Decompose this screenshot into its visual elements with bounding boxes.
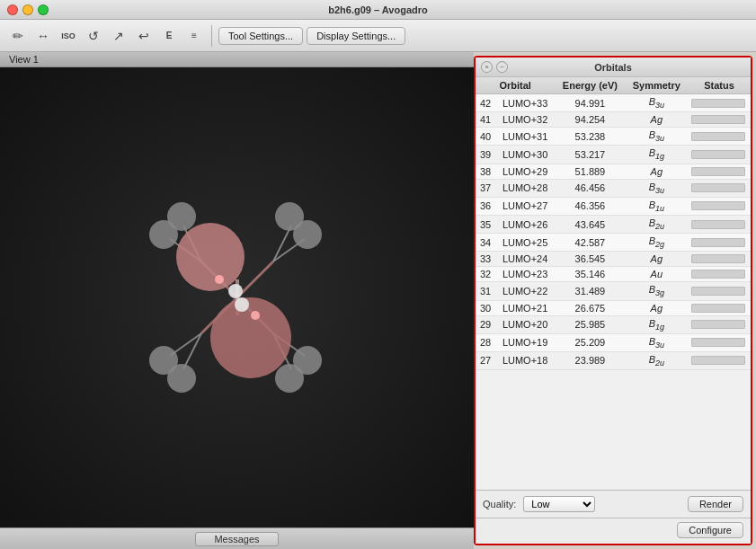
messages-button[interactable]: Messages xyxy=(195,532,278,546)
row-energy: 46.456 xyxy=(555,179,625,197)
status-bar xyxy=(691,115,745,124)
row-energy: 53.238 xyxy=(555,128,625,146)
row-orbital: LUMO+29 xyxy=(495,164,555,179)
configure-button[interactable]: Configure xyxy=(677,522,743,538)
table-row[interactable]: 33LUMO+2436.545Ag xyxy=(476,252,751,267)
table-row[interactable]: 40LUMO+3153.238B3u xyxy=(476,128,751,146)
row-energy: 31.489 xyxy=(555,282,625,300)
orbitals-minimize-button[interactable]: − xyxy=(496,61,508,73)
row-symmetry: B2u xyxy=(626,351,688,369)
draw-icon[interactable]: ✏ xyxy=(7,25,29,47)
move-icon[interactable]: ↔ xyxy=(32,25,54,47)
rotate-icon[interactable]: ↺ xyxy=(83,25,104,47)
orbitals-close-button[interactable]: × xyxy=(481,61,493,73)
row-num: 37 xyxy=(476,179,495,197)
col-header-symmetry: Symmetry xyxy=(626,77,688,94)
orbitals-title: Orbitals xyxy=(594,62,632,73)
svg-point-15 xyxy=(228,284,243,298)
view-panel: View 1 xyxy=(0,52,474,549)
bond-icon[interactable]: ≡ xyxy=(183,25,205,47)
row-num: 27 xyxy=(476,351,495,369)
row-energy: 94.254 xyxy=(555,112,625,128)
select-icon[interactable]: ↗ xyxy=(108,25,129,47)
row-energy: 51.889 xyxy=(555,164,625,179)
row-orbital: LUMO+24 xyxy=(495,252,555,267)
row-num: 41 xyxy=(476,112,495,128)
table-row[interactable]: 36LUMO+2746.356B1u xyxy=(476,197,751,215)
row-orbital: LUMO+26 xyxy=(495,215,555,233)
status-bar xyxy=(691,287,745,296)
table-row[interactable]: 29LUMO+2025.985B1g xyxy=(476,315,751,333)
status-bar xyxy=(691,270,745,279)
table-row[interactable]: 28LUMO+1925.209B3u xyxy=(476,333,751,351)
row-symmetry: B2g xyxy=(626,234,688,252)
row-energy: 53.217 xyxy=(555,146,625,164)
row-num: 38 xyxy=(476,164,495,179)
row-symmetry: B1u xyxy=(626,197,688,215)
status-bar xyxy=(691,220,745,229)
row-symmetry: Ag xyxy=(626,164,688,179)
row-symmetry: B3u xyxy=(626,128,688,146)
row-status xyxy=(688,197,751,215)
tool-settings-button2[interactable]: Tool Settings... xyxy=(218,27,303,45)
row-energy: 25.209 xyxy=(555,333,625,351)
element-icon[interactable]: E xyxy=(158,25,180,47)
view-tab[interactable]: View 1 xyxy=(0,52,474,67)
orbitals-header-buttons: × − xyxy=(481,61,508,73)
table-row[interactable]: 41LUMO+3294.254Ag xyxy=(476,112,751,128)
row-num: 31 xyxy=(476,282,495,300)
table-row[interactable]: 27LUMO+1823.989B2u xyxy=(476,351,751,369)
row-orbital: LUMO+22 xyxy=(495,282,555,300)
table-row[interactable]: 34LUMO+2542.587B2g xyxy=(476,234,751,252)
row-symmetry: Ag xyxy=(626,252,688,267)
svg-point-26 xyxy=(251,311,260,320)
render-button[interactable]: Render xyxy=(688,496,743,512)
row-num: 39 xyxy=(476,146,495,164)
zoom-icon[interactable]: ISO xyxy=(58,25,79,47)
row-orbital: LUMO+20 xyxy=(495,315,555,333)
row-num: 29 xyxy=(476,315,495,333)
row-energy: 94.991 xyxy=(555,94,625,112)
title-bar: b2h6.g09 – Avogadro xyxy=(0,0,756,20)
row-orbital: LUMO+27 xyxy=(495,197,555,215)
table-row[interactable]: 32LUMO+2335.146Au xyxy=(476,267,751,282)
row-symmetry: B1g xyxy=(626,315,688,333)
table-row[interactable]: 30LUMO+2126.675Ag xyxy=(476,300,751,315)
table-row[interactable]: 39LUMO+3053.217B1g xyxy=(476,146,751,164)
svg-point-14 xyxy=(210,297,291,378)
status-bar xyxy=(691,201,745,210)
row-symmetry: B3u xyxy=(626,333,688,351)
svg-point-18 xyxy=(167,202,196,231)
table-row[interactable]: 42LUMO+3394.991B3u xyxy=(476,94,751,112)
row-orbital: LUMO+21 xyxy=(495,300,555,315)
status-bar xyxy=(691,320,745,329)
maximize-button[interactable] xyxy=(38,4,49,15)
quality-label: Quality: xyxy=(483,499,516,509)
row-num: 32 xyxy=(476,267,495,282)
undo-icon[interactable]: ↩ xyxy=(133,25,155,47)
row-status xyxy=(688,267,751,282)
row-energy: 25.985 xyxy=(555,315,625,333)
row-orbital: LUMO+28 xyxy=(495,179,555,197)
row-num: 40 xyxy=(476,128,495,146)
window-title: b2h6.g09 – Avogadro xyxy=(328,4,427,15)
molecule-view[interactable] xyxy=(0,67,474,527)
table-row[interactable]: 35LUMO+2643.645B2u xyxy=(476,215,751,233)
quality-select[interactable]: Low Medium High xyxy=(523,496,595,512)
close-button[interactable] xyxy=(7,4,18,15)
row-orbital: LUMO+32 xyxy=(495,112,555,128)
row-status xyxy=(688,333,751,351)
row-energy: 46.356 xyxy=(555,197,625,215)
orbitals-table-container[interactable]: Orbital Energy (eV) Symmetry Status 42LU… xyxy=(476,77,751,490)
orbitals-table-body: 42LUMO+3394.991B3u41LUMO+3294.254Ag40LUM… xyxy=(476,94,751,370)
display-settings-button[interactable]: Display Settings... xyxy=(307,27,405,45)
table-row[interactable]: 37LUMO+2846.456B3u xyxy=(476,179,751,197)
row-orbital: LUMO+33 xyxy=(495,94,555,112)
table-row[interactable]: 31LUMO+2231.489B3g xyxy=(476,282,751,300)
minimize-button[interactable] xyxy=(22,4,33,15)
row-orbital: LUMO+25 xyxy=(495,234,555,252)
row-energy: 35.146 xyxy=(555,267,625,282)
toolbar: ✏ ↔ ISO ↺ ↗ ↩ E ≡ Orbitals Tool Settings… xyxy=(0,20,756,52)
status-bar xyxy=(691,338,745,347)
table-row[interactable]: 38LUMO+2951.889Ag xyxy=(476,164,751,179)
